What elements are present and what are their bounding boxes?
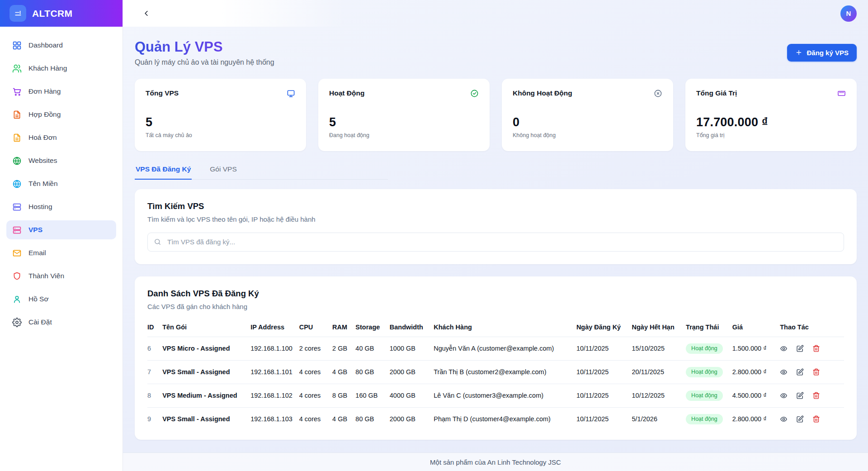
sidebar-collapse-button[interactable] — [139, 7, 153, 20]
cell-storage: 160 GB — [355, 384, 389, 407]
cart-icon — [12, 87, 22, 96]
column-header: Ngày Đăng Ký — [576, 318, 632, 337]
cell-registered: 10/11/2025 — [576, 407, 632, 431]
status-badge: Hoạt động — [686, 414, 723, 424]
tab-goi-vps[interactable]: Gói VPS — [209, 165, 237, 180]
stat-caption: Tổng giá trị — [696, 132, 846, 138]
sidebar-item-vps[interactable]: VPS — [6, 220, 116, 239]
sidebar-item-label: Cài Đặt — [28, 318, 52, 326]
sidebar-item-hoa-don[interactable]: Hoá Đơn — [6, 128, 116, 147]
stat-caption: Đang hoạt động — [329, 132, 479, 138]
cell-cpu: 4 cores — [299, 407, 332, 431]
app-root: ALTCRM Dashboard Khách Hàng Đơn Hàng Hợp… — [0, 0, 868, 471]
cell-package: VPS Medium - Assigned — [162, 384, 250, 407]
check-circle-icon — [470, 89, 479, 98]
sidebar-item-label: Hosting — [28, 203, 52, 211]
edit-button[interactable] — [796, 392, 804, 400]
table-row: 9VPS Small - Assigned192.168.1.1034 core… — [147, 407, 844, 431]
sidebar-item-ho-so[interactable]: Hồ Sơ — [6, 290, 116, 309]
cell-id: 7 — [147, 360, 162, 384]
trash-icon — [812, 368, 820, 376]
stat-card-hoat-dong: Hoạt Động 5 Đang hoạt động — [318, 79, 490, 151]
cell-price: 2.800.000 ₫ — [732, 360, 780, 384]
stat-title: Tổng VPS — [146, 89, 295, 97]
sidebar-item-don-hang[interactable]: Đơn Hàng — [6, 82, 116, 101]
sidebar-item-label: Hồ Sơ — [28, 295, 49, 303]
sidebar-item-ten-mien[interactable]: Tên Miền — [6, 174, 116, 193]
view-button[interactable] — [780, 368, 788, 376]
stat-card-tong-gia-tri: Tổng Giá Trị 17.700.000 ₫ Tổng giá trị — [685, 79, 857, 151]
delete-button[interactable] — [812, 392, 820, 400]
cell-storage: 80 GB — [355, 407, 389, 431]
sidebar-item-cai-dat[interactable]: Cài Đặt — [6, 313, 116, 332]
shield-icon — [12, 271, 22, 281]
cell-price: 4.500.000 ₫ — [732, 384, 780, 407]
footer-text: Một sản phẩm của An Linh Technology JSC — [430, 458, 561, 466]
view-button[interactable] — [780, 415, 788, 423]
sidebar-item-hosting[interactable]: Hosting — [6, 197, 116, 216]
column-header: IP Address — [250, 318, 299, 337]
eye-icon — [780, 345, 788, 352]
cell-ram: 2 GB — [332, 337, 355, 360]
cell-ram: 4 GB — [332, 407, 355, 431]
tab-vps-da-dang-ky[interactable]: VPS Đã Đăng Ký — [135, 165, 192, 180]
cell-actions — [780, 407, 844, 431]
cell-registered: 10/11/2025 — [576, 337, 632, 360]
vps-table-panel: Danh Sách VPS Đã Đăng Ký Các VPS đã gán … — [135, 276, 857, 440]
cell-id: 9 — [147, 407, 162, 431]
cell-customer: Trần Thị B (customer2@example.com) — [434, 360, 576, 384]
sidebar-item-khach-hang[interactable]: Khách Hàng — [6, 59, 116, 78]
avatar[interactable]: N — [840, 5, 857, 22]
page-header: Quản Lý VPS Quản lý máy chủ ảo và tài ng… — [135, 38, 857, 67]
sidebar-item-hop-dong[interactable]: Hợp Đồng — [6, 105, 116, 124]
stat-value: 0 — [513, 115, 662, 129]
cell-expires: 5/1/2026 — [632, 407, 686, 431]
view-button[interactable] — [780, 392, 788, 400]
sidebar-item-label: VPS — [28, 226, 42, 234]
cell-ram: 8 GB — [332, 384, 355, 407]
table-title: Danh Sách VPS Đã Đăng Ký — [147, 289, 844, 299]
table-row: 8VPS Medium - Assigned192.168.1.1024 cor… — [147, 384, 844, 407]
stats-row: Tổng VPS 5 Tất cả máy chủ ảo Hoạt Động 5… — [135, 79, 857, 151]
edit-button[interactable] — [796, 415, 804, 423]
plus-icon — [795, 49, 802, 56]
cell-id: 6 — [147, 337, 162, 360]
column-header: Trạng Thái — [686, 318, 732, 337]
sidebar-item-label: Dashboard — [28, 41, 63, 49]
cell-bandwidth: 1000 GB — [390, 337, 434, 360]
cell-customer: Lê Văn C (customer3@example.com) — [434, 384, 576, 407]
cell-bandwidth: 2000 GB — [390, 360, 434, 384]
sidebar-item-websites[interactable]: Websites — [6, 151, 116, 170]
column-header: Ngày Hết Hạn — [632, 318, 686, 337]
sidebar-item-label: Thành Viên — [28, 272, 64, 280]
edit-icon — [796, 368, 804, 376]
view-button[interactable] — [780, 345, 788, 352]
file-text-icon — [12, 110, 22, 119]
stat-caption: Không hoạt động — [513, 132, 662, 138]
sidebar-item-thanh-vien[interactable]: Thành Viên — [6, 266, 116, 285]
table-subtitle: Các VPS đã gán cho khách hàng — [147, 303, 844, 310]
sliders-icon — [14, 9, 23, 18]
page-content: Quản Lý VPS Quản lý máy chủ ảo và tài ng… — [123, 27, 868, 452]
stat-caption: Tất cả máy chủ ảo — [146, 132, 295, 138]
cell-ip: 192.168.1.103 — [250, 407, 299, 431]
stat-value: 5 — [146, 115, 295, 129]
edit-button[interactable] — [796, 345, 804, 352]
cell-ip: 192.168.1.101 — [250, 360, 299, 384]
sidebar-item-dashboard[interactable]: Dashboard — [6, 36, 116, 55]
edit-button[interactable] — [796, 368, 804, 376]
page-title: Quản Lý VPS — [135, 38, 274, 55]
cell-price: 2.800.000 ₫ — [732, 407, 780, 431]
search-input[interactable] — [166, 238, 838, 246]
trash-icon — [812, 415, 820, 423]
delete-button[interactable] — [812, 368, 820, 376]
delete-button[interactable] — [812, 345, 820, 352]
delete-button[interactable] — [812, 415, 820, 423]
stat-value: 17.700.000 ₫ — [696, 115, 846, 129]
cell-storage: 40 GB — [355, 337, 389, 360]
cell-registered: 10/11/2025 — [576, 360, 632, 384]
trash-icon — [812, 392, 820, 400]
register-vps-button[interactable]: Đăng ký VPS — [787, 44, 857, 62]
sidebar-item-label: Websites — [28, 157, 57, 165]
sidebar-item-email[interactable]: Email — [6, 243, 116, 262]
